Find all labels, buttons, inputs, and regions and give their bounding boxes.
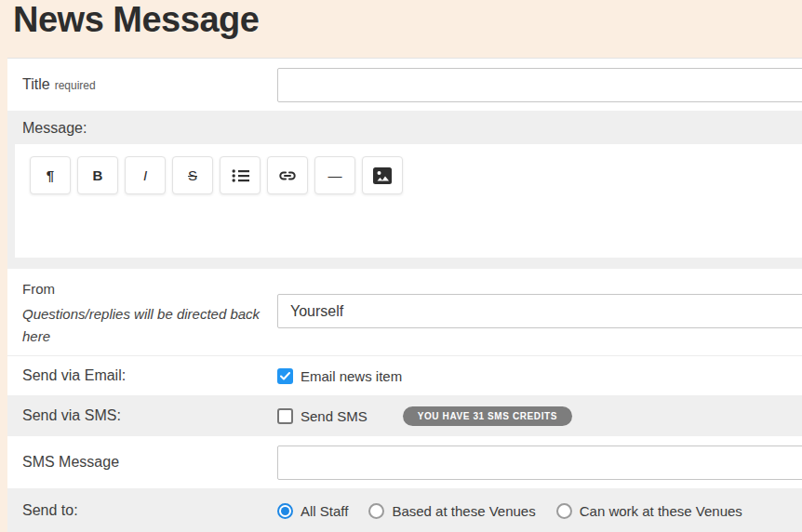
bold-button[interactable]: B (77, 156, 118, 194)
required-hint: required (55, 79, 96, 92)
horizontal-rule-button[interactable]: — (314, 156, 355, 194)
italic-icon: I (143, 167, 147, 183)
radio-option-all-staff[interactable]: All Staff (277, 503, 348, 519)
paragraph-format-button[interactable]: ¶ (30, 156, 71, 194)
all-staff-label: All Staff (301, 503, 348, 519)
radio-option-can-work-at-venues[interactable]: Can work at these Venues (556, 503, 742, 519)
send-sms-checkbox[interactable] (277, 408, 293, 424)
page-header: News Message (0, 0, 802, 58)
news-message-form: Titlerequired Message: ¶ B I S (7, 58, 802, 532)
from-field: Yourself (277, 294, 802, 328)
title-input[interactable] (277, 68, 802, 102)
from-selected-value: Yourself (290, 303, 343, 320)
unordered-list-button[interactable] (220, 156, 261, 194)
link-button[interactable] (267, 156, 308, 194)
title-label-group: Titlerequired (7, 76, 277, 93)
can-work-at-venues-label: Can work at these Venues (580, 503, 742, 519)
editor-toolbar: ¶ B I S (30, 156, 802, 194)
sms-message-row: SMS Message (7, 436, 802, 488)
from-note: Questions/replies will be directed back … (22, 303, 266, 348)
link-icon (277, 168, 298, 183)
send-via-sms-row: Send via SMS: Send SMS YOU HAVE 31 SMS C… (7, 395, 802, 436)
email-news-item-label[interactable]: Email news item (301, 368, 402, 384)
title-row: Titlerequired (7, 59, 802, 111)
from-label-group: From Questions/replies will be directed … (7, 269, 277, 348)
can-work-at-venues-radio[interactable] (556, 503, 572, 519)
based-at-venues-label: Based at these Venues (392, 503, 535, 519)
strikethrough-icon: S (188, 167, 197, 183)
sms-message-label: SMS Message (7, 454, 277, 471)
radio-option-based-at-venues[interactable]: Based at these Venues (368, 503, 535, 519)
from-label: From (22, 281, 277, 297)
insert-image-button[interactable] (362, 156, 403, 194)
horizontal-rule-icon: — (328, 167, 342, 183)
insert-image-icon (373, 167, 392, 184)
send-via-email-label: Send via Email: (7, 367, 277, 384)
bold-icon: B (93, 167, 103, 183)
message-label: Message: (7, 120, 802, 137)
page-title: News Message (13, 2, 259, 37)
message-row: Message: ¶ B I S (7, 111, 802, 269)
send-sms-label[interactable]: Send SMS (301, 408, 368, 424)
send-via-email-row: Send via Email: Email news item (7, 355, 802, 395)
sms-message-input[interactable] (277, 446, 802, 480)
send-to-label: Send to: (7, 502, 277, 519)
from-select[interactable]: Yourself (277, 294, 802, 328)
all-staff-radio[interactable] (277, 503, 293, 519)
strikethrough-button[interactable]: S (172, 156, 213, 194)
email-news-item-checkbox[interactable] (277, 368, 293, 384)
unordered-list-icon (232, 168, 249, 183)
based-at-venues-radio[interactable] (368, 503, 384, 519)
paragraph-icon: ¶ (47, 167, 54, 183)
message-editor[interactable]: ¶ B I S (15, 144, 802, 258)
send-via-sms-label: Send via SMS: (7, 407, 277, 424)
italic-button[interactable]: I (125, 156, 166, 194)
title-label: Title (22, 76, 50, 92)
from-row: From Questions/replies will be directed … (7, 269, 802, 355)
sms-credits-badge: YOU HAVE 31 SMS CREDITS (403, 406, 572, 426)
checkmark-icon (280, 372, 290, 380)
send-to-radio-group: All Staff Based at these Venues Can work… (277, 503, 763, 519)
send-to-row: Send to: All Staff Based at these Venues… (7, 488, 802, 532)
